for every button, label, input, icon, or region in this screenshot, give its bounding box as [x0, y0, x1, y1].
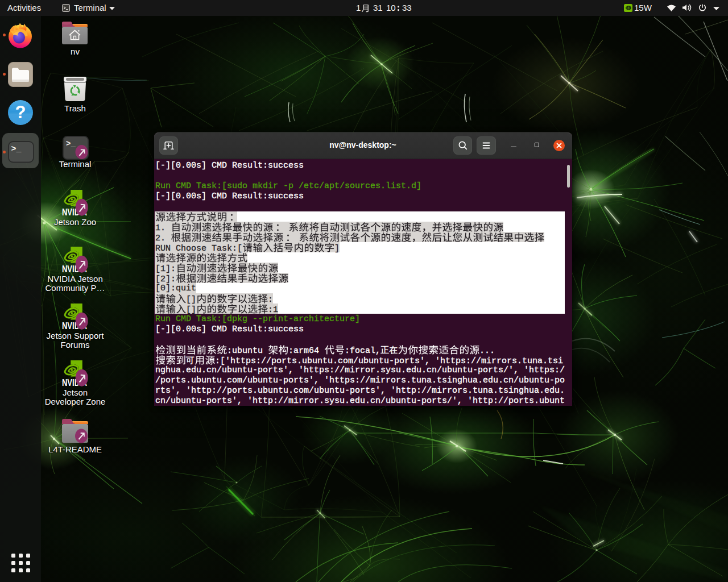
svg-text:?: ?	[15, 102, 26, 122]
svg-text:>_: >_	[11, 144, 22, 153]
svg-text:>_: >_	[66, 139, 76, 148]
